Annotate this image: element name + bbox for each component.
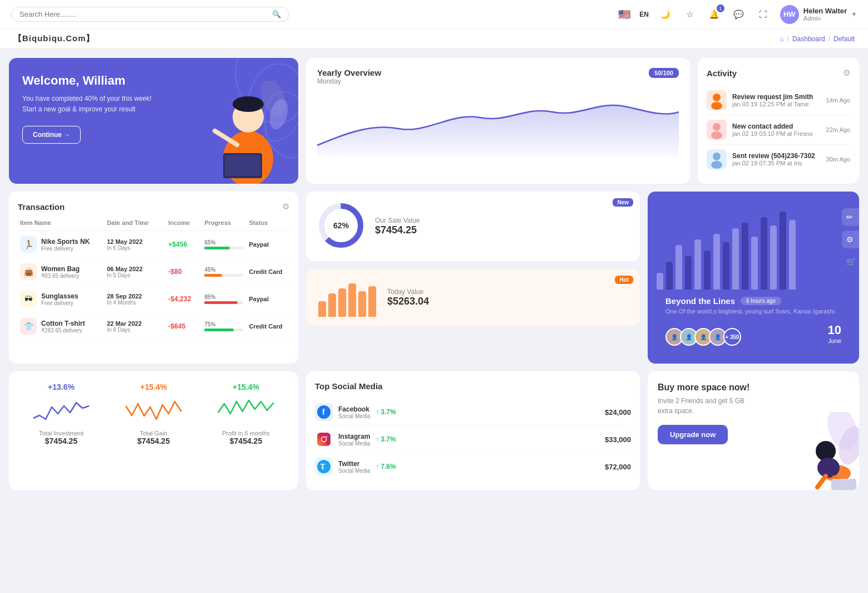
tx-item-sub: ₹83.65 delivery (41, 273, 80, 279)
tx-item-cell: 🕶 Sunglasses Free delivery (20, 291, 105, 307)
upgrade-button[interactable]: Upgrade now (658, 425, 728, 444)
sparkline-gain (110, 396, 197, 424)
yearly-title: Yearly Overview (317, 68, 381, 77)
social-title: Top Social Media (315, 381, 631, 391)
language-label[interactable]: EN (639, 11, 649, 18)
breadcrumb-dashboard[interactable]: Dashboard (792, 35, 825, 43)
bar-chart-bar (789, 220, 796, 290)
svg-line-35 (817, 476, 826, 487)
transaction-settings-icon[interactable]: ⚙ (282, 202, 289, 212)
svg-point-12 (713, 94, 721, 101)
stats-card: +13.6% Total Investment $7454.25 +15.4% … (9, 371, 298, 490)
sidebar-action-buttons: ✏ ⚙ 🛒 (842, 208, 859, 271)
facebook-info: Facebook Social Media (338, 405, 370, 419)
svg-point-18 (713, 153, 721, 160)
tx-date-sub: In 8 Days (107, 327, 166, 333)
breadcrumb-sep2: / (828, 35, 830, 43)
instagram-pct: ↑ 3.7% (376, 435, 396, 443)
search-input[interactable] (19, 10, 268, 18)
beyond-title: Beyond the Lines (665, 296, 735, 306)
stat-investment-pct: +13.6% (18, 383, 105, 391)
bookmark-button[interactable]: ☆ (682, 7, 698, 22)
bar-chart-bar (770, 226, 777, 290)
beyond-header: Beyond the Lines 6 hours ago (665, 296, 841, 306)
donut-stack: New 62% Our Sale Value $7454.25 Hot (306, 192, 640, 364)
stat-investment-value: $7454.25 (18, 437, 105, 445)
bar-chart-bars (657, 200, 850, 290)
user-menu[interactable]: HW Helen Walter Admin ▼ (780, 5, 857, 24)
chat-button[interactable]: 💬 (731, 7, 747, 22)
tx-date-cell: 06 May 2022 In 5 Days (107, 266, 166, 278)
settings-icon[interactable]: ⚙ (842, 231, 859, 248)
activity-avatar-2 (707, 120, 727, 140)
activity-header: Activity ⚙ (707, 68, 850, 78)
stat-investment: +13.6% Total Investment $7454.25 (18, 383, 105, 479)
svg-rect-7 (225, 155, 260, 176)
sale-value-label: Our Sale Value (375, 217, 420, 224)
yearly-badge: 50/100 (649, 68, 679, 78)
tx-date: 28 Sep 2022 (107, 293, 166, 300)
col-item: Item Name (20, 219, 105, 226)
activity-avatar-1 (707, 90, 727, 110)
search-bar[interactable]: 🔍 (11, 7, 289, 22)
tx-progress-fill (204, 274, 222, 277)
space-body: Invite 2 Friends and get 5 GB extra spac… (658, 396, 758, 416)
stat-profit-label: Profit in 6 months (203, 430, 289, 437)
tx-status: Credit Card (249, 268, 287, 275)
activity-time-1: 14m Ago (826, 97, 850, 104)
bar-chart-bar (657, 273, 663, 290)
tx-income: -$80 (169, 268, 203, 276)
sparkline-profit (203, 396, 289, 424)
tx-item-name: Nike Sports NK (41, 238, 90, 246)
hot-badge: Hot (615, 276, 633, 284)
svg-text:𝕋: 𝕋 (319, 463, 326, 471)
transaction-rows: 🏃 Nike Sports NK Free delivery 12 May 20… (18, 231, 289, 340)
activity-text-1: Review request jim Smith jan 03 19 12:25… (732, 93, 821, 107)
tx-date-cell: 12 May 2022 In 6 Days (107, 238, 166, 251)
table-row: 🏃 Nike Sports NK Free delivery 12 May 20… (18, 231, 289, 258)
flag-icon: 🇺🇸 (618, 8, 630, 21)
dark-mode-button[interactable]: 🌙 (658, 7, 673, 22)
tx-item-cell: 👜 Women Bag ₹83.65 delivery (20, 263, 105, 280)
beyond-section: Beyond the Lines 6 hours ago One Of the … (657, 290, 850, 355)
mid-row: Transaction ⚙ Item Name Date and Time In… (9, 192, 859, 364)
tx-icon: 👜 (20, 263, 37, 280)
notification-button[interactable]: 🔔 1 (707, 7, 722, 22)
tx-progress-label: 65% (204, 239, 246, 246)
today-bar (368, 286, 376, 317)
facebook-type: Social Media (338, 413, 370, 419)
continue-button[interactable]: Continue → (22, 126, 81, 144)
svg-point-19 (711, 161, 722, 169)
home-icon[interactable]: ⌂ (780, 35, 783, 43)
svg-text:62%: 62% (333, 221, 349, 230)
tx-date-sub: In 5 Days (107, 272, 166, 278)
fullscreen-button[interactable]: ⛶ (756, 7, 771, 22)
twitter-info: Twitter Social Media (338, 460, 370, 474)
sale-value-card: New 62% Our Sale Value $7454.25 (306, 192, 640, 261)
beyond-footer: 👤 👤 👤 👤 + 350 10 June (665, 321, 841, 346)
welcome-illustration (181, 81, 293, 184)
tx-progress-label: 75% (204, 321, 246, 327)
activity-detail-3: jan 02 19 07:35 PM at Iris (732, 160, 821, 166)
table-headers: Item Name Date and Time Income Progress … (18, 219, 289, 231)
cart-icon[interactable]: 🛒 (842, 253, 859, 271)
tx-status: Paypal (249, 296, 287, 302)
social-row-facebook: f Facebook Social Media ↑ 3.7% $24,000 (315, 399, 631, 426)
svg-rect-25 (317, 433, 331, 446)
activity-title: Activity (707, 68, 737, 78)
bar-chart-bar (704, 251, 711, 290)
beyond-body: One Of the world,s brightest, young surf… (665, 308, 841, 315)
edit-icon[interactable]: ✏ (842, 208, 859, 226)
activity-name-2: New contact added (732, 122, 821, 130)
activity-settings-icon[interactable]: ⚙ (843, 68, 850, 78)
tx-item-sub: Free delivery (41, 246, 90, 252)
activity-item: Review request jim Smith jan 03 19 12:25… (707, 86, 850, 115)
today-value-label: Today Value (387, 288, 429, 296)
yearly-chart (317, 90, 679, 156)
table-row: 🕶 Sunglasses Free delivery 28 Sep 2022 I… (18, 286, 289, 313)
transaction-card: Transaction ⚙ Item Name Date and Time In… (9, 192, 298, 364)
bar-chart-bar (742, 223, 748, 290)
activity-list: Review request jim Smith jan 03 19 12:25… (707, 86, 850, 174)
beyond-time-badge: 6 hours ago (741, 297, 781, 305)
tx-date-sub: In 4 Months (107, 300, 166, 306)
